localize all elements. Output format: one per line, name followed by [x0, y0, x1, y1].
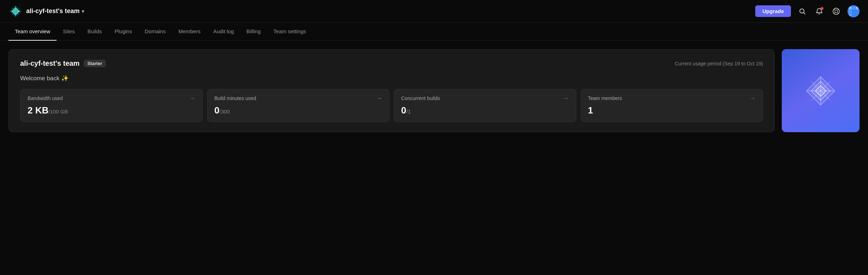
team-members-label: Team members — [588, 95, 622, 101]
concurrent-builds-stat-card[interactable]: Concurrent builds → 0/1 — [394, 89, 576, 122]
build-minutes-label: Build minutes used — [215, 95, 256, 101]
bandwidth-stat-header: Bandwidth used → — [28, 95, 195, 101]
bandwidth-label: Bandwidth used — [28, 95, 63, 101]
svg-line-14 — [834, 12, 835, 13]
nav-item-domains[interactable]: Domains — [138, 23, 172, 41]
build-minutes-stat-header: Build minutes used → — [215, 95, 382, 101]
avatar[interactable] — [848, 5, 860, 17]
build-minutes-value: 0/300 — [215, 105, 382, 116]
header-right: Upgrade — [755, 5, 860, 17]
usage-period: Current usage period (Sep 19 to Oct 19) — [675, 61, 763, 66]
team-members-arrow-icon: → — [750, 95, 756, 101]
team-card-header: ali-cyf-test's team Starter Current usag… — [20, 59, 763, 68]
netlify-promo-logo-icon — [805, 75, 837, 107]
promo-card[interactable] — [782, 49, 860, 132]
stat-cards: Bandwidth used → 2 KB/100 GB Build minut… — [20, 89, 763, 122]
nav-item-sites[interactable]: Sites — [57, 23, 81, 41]
nav-item-audit-log[interactable]: Audit log — [207, 23, 240, 41]
nav-item-members[interactable]: Members — [172, 23, 207, 41]
bandwidth-limit: /100 GB — [48, 109, 68, 115]
svg-line-9 — [804, 13, 805, 14]
upgrade-button[interactable]: Upgrade — [755, 5, 791, 17]
notifications-icon[interactable] — [814, 6, 825, 17]
team-overview-card: ali-cyf-test's team Starter Current usag… — [8, 49, 775, 132]
svg-line-15 — [838, 12, 839, 13]
welcome-text: Welcome back ✨ — [20, 75, 763, 82]
svg-line-12 — [834, 9, 835, 10]
starter-badge: Starter — [84, 60, 106, 67]
concurrent-builds-stat-header: Concurrent builds → — [401, 95, 569, 101]
nav-item-team-settings[interactable]: Team settings — [267, 23, 313, 41]
team-members-value: 1 — [588, 105, 756, 116]
nav-item-team-overview[interactable]: Team overview — [8, 23, 57, 41]
nav-item-billing[interactable]: Billing — [240, 23, 267, 41]
bandwidth-stat-card[interactable]: Bandwidth used → 2 KB/100 GB — [20, 89, 203, 122]
main-content: ali-cyf-test's team Starter Current usag… — [0, 41, 868, 141]
header-left: ali-cyf-test's team ▾ — [8, 4, 84, 18]
nav-item-plugins[interactable]: Plugins — [108, 23, 138, 41]
concurrent-builds-arrow-icon: → — [563, 95, 569, 101]
search-icon[interactable] — [797, 6, 808, 17]
team-name-header[interactable]: ali-cyf-test's team ▾ — [26, 7, 84, 15]
main-nav: Team overview Sites Builds Plugins Domai… — [0, 23, 868, 41]
notification-dot — [821, 7, 823, 10]
team-card-title: ali-cyf-test's team Starter — [20, 59, 106, 68]
bandwidth-arrow-icon: → — [190, 95, 195, 101]
team-card-team-name: ali-cyf-test's team — [20, 59, 80, 68]
build-minutes-stat-card[interactable]: Build minutes used → 0/300 — [207, 89, 390, 122]
concurrent-builds-value: 0/1 — [401, 105, 569, 116]
concurrent-builds-limit: /1 — [406, 109, 411, 115]
svg-rect-19 — [856, 7, 858, 10]
concurrent-builds-label: Concurrent builds — [401, 95, 440, 101]
team-members-stat-card[interactable]: Team members → 1 — [581, 89, 763, 122]
svg-rect-21 — [852, 10, 855, 13]
team-dropdown-chevron: ▾ — [82, 8, 84, 14]
svg-rect-20 — [849, 10, 852, 13]
svg-point-8 — [800, 9, 804, 13]
team-members-stat-header: Team members → — [588, 95, 756, 101]
nav-item-builds[interactable]: Builds — [81, 23, 108, 41]
svg-rect-18 — [852, 7, 855, 10]
build-minutes-limit: /300 — [219, 109, 230, 115]
header: ali-cyf-test's team ▾ Upgrade — [0, 0, 868, 23]
netlify-logo-icon — [8, 4, 23, 18]
svg-rect-17 — [849, 7, 852, 10]
svg-rect-22 — [849, 14, 852, 16]
help-icon[interactable] — [831, 6, 842, 17]
bandwidth-value: 2 KB/100 GB — [28, 105, 195, 116]
svg-point-11 — [835, 10, 838, 13]
svg-line-13 — [838, 9, 839, 10]
build-minutes-arrow-icon: → — [376, 95, 382, 101]
